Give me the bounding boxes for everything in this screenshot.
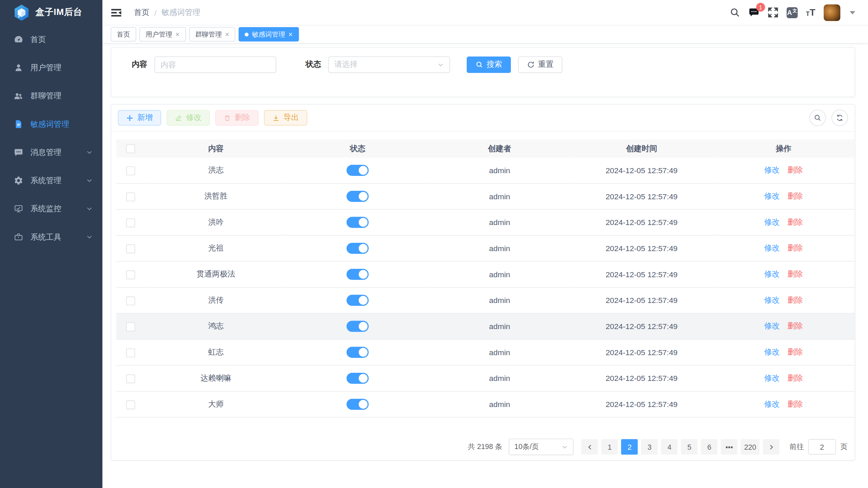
add-button[interactable]: 新增 bbox=[118, 110, 161, 126]
row-delete-link[interactable]: 删除 bbox=[788, 165, 803, 174]
table-row[interactable]: 大师 admin 2024-12-05 12:57:49 修改删除 bbox=[116, 391, 855, 418]
status-toggle[interactable] bbox=[347, 191, 369, 202]
prev-page-button[interactable] bbox=[581, 439, 598, 455]
status-filter-select[interactable]: 请选择 bbox=[328, 56, 450, 73]
row-checkbox[interactable] bbox=[126, 322, 135, 331]
delete-button[interactable]: 删除 bbox=[215, 110, 258, 126]
row-edit-link[interactable]: 修改 bbox=[764, 321, 780, 330]
tab-close-icon[interactable]: × bbox=[225, 31, 229, 38]
tab-user-management[interactable]: 用户管理 × bbox=[139, 27, 186, 41]
sidebar-item-sensitive-words[interactable]: 敏感词管理 bbox=[0, 110, 102, 138]
table-row[interactable]: 洪吟 admin 2024-12-05 12:57:49 修改删除 bbox=[116, 209, 855, 236]
table-row[interactable]: 达赖喇嘛 admin 2024-12-05 12:57:49 修改删除 bbox=[116, 365, 855, 391]
status-toggle[interactable] bbox=[347, 373, 369, 384]
row-edit-link[interactable]: 修改 bbox=[764, 347, 780, 356]
font-size-icon[interactable]: TT bbox=[806, 8, 815, 17]
monitor-icon bbox=[13, 204, 23, 214]
table-row[interactable]: 鸿志 admin 2024-12-05 12:57:49 修改删除 bbox=[116, 313, 855, 340]
sidebar-item-system-tools[interactable]: 系统工具 bbox=[0, 223, 102, 251]
row-edit-link[interactable]: 修改 bbox=[764, 295, 780, 304]
sidebar-item-system-monitor[interactable]: 系统监控 bbox=[0, 195, 102, 223]
page-button[interactable]: 1 bbox=[601, 439, 618, 455]
row-checkbox[interactable] bbox=[126, 218, 135, 227]
tab-sensitive-words[interactable]: 敏感词管理 × bbox=[239, 27, 299, 41]
reset-button[interactable]: 重置 bbox=[518, 56, 563, 73]
search-icon[interactable] bbox=[730, 7, 740, 18]
app-logo[interactable]: 盒子IM后台 bbox=[0, 0, 102, 25]
page-button[interactable]: 4 bbox=[661, 439, 678, 455]
page-button[interactable]: 6 bbox=[701, 439, 718, 455]
row-checkbox[interactable] bbox=[126, 296, 135, 305]
fullscreen-icon[interactable] bbox=[768, 7, 778, 18]
sidebar-collapse-icon[interactable] bbox=[111, 7, 122, 18]
row-checkbox[interactable] bbox=[126, 374, 135, 383]
row-delete-link[interactable]: 删除 bbox=[788, 295, 803, 304]
row-checkbox[interactable] bbox=[126, 244, 135, 253]
goto-page-input[interactable] bbox=[808, 439, 836, 455]
table-search-icon[interactable] bbox=[809, 109, 826, 126]
row-edit-link[interactable]: 修改 bbox=[764, 269, 780, 278]
status-toggle[interactable] bbox=[347, 165, 369, 176]
status-toggle[interactable] bbox=[347, 347, 369, 358]
page-button-active[interactable]: 2 bbox=[621, 439, 638, 455]
table-row[interactable]: 洪传 admin 2024-12-05 12:57:49 修改删除 bbox=[116, 287, 855, 313]
row-checkbox[interactable] bbox=[126, 166, 135, 175]
row-delete-link[interactable]: 删除 bbox=[788, 399, 803, 408]
row-edit-link[interactable]: 修改 bbox=[764, 165, 780, 174]
next-page-button[interactable] bbox=[763, 439, 779, 455]
status-toggle[interactable] bbox=[347, 321, 369, 332]
page-button[interactable]: 3 bbox=[641, 439, 658, 455]
search-button[interactable]: 搜索 bbox=[467, 56, 511, 73]
row-edit-link[interactable]: 修改 bbox=[764, 243, 780, 252]
row-edit-link[interactable]: 修改 bbox=[764, 217, 780, 226]
table-row[interactable]: 洪哲胜 admin 2024-12-05 12:57:49 修改删除 bbox=[116, 183, 855, 209]
table-row[interactable]: 贯通两极法 admin 2024-12-05 12:57:49 修改删除 bbox=[116, 261, 855, 287]
user-avatar[interactable] bbox=[824, 4, 840, 21]
translate-icon[interactable]: A文 bbox=[787, 7, 798, 18]
status-toggle[interactable] bbox=[347, 399, 369, 410]
status-toggle[interactable] bbox=[347, 295, 369, 306]
row-delete-link[interactable]: 删除 bbox=[788, 191, 803, 200]
row-edit-link[interactable]: 修改 bbox=[764, 373, 780, 382]
row-delete-link[interactable]: 删除 bbox=[788, 217, 803, 226]
edit-button[interactable]: 修改 bbox=[167, 110, 210, 126]
page-button[interactable]: 5 bbox=[681, 439, 698, 455]
row-delete-link[interactable]: 删除 bbox=[788, 269, 803, 278]
table-refresh-icon[interactable] bbox=[831, 109, 848, 126]
row-delete-link[interactable]: 删除 bbox=[788, 347, 803, 356]
sidebar-item-home[interactable]: 首页 bbox=[0, 25, 102, 54]
row-delete-link[interactable]: 删除 bbox=[788, 373, 803, 382]
row-checkbox[interactable] bbox=[126, 270, 135, 279]
avatar-dropdown-caret-icon[interactable] bbox=[850, 11, 855, 14]
sidebar-item-group-chat[interactable]: 群聊管理 bbox=[0, 82, 102, 110]
tab-close-icon[interactable]: × bbox=[175, 31, 179, 38]
row-checkbox[interactable] bbox=[126, 400, 135, 409]
page-size-select[interactable]: 10条/页 bbox=[509, 439, 574, 455]
breadcrumb-home[interactable]: 首页 bbox=[134, 7, 150, 17]
select-all-checkbox[interactable] bbox=[126, 144, 135, 153]
table-row[interactable]: 虹志 admin 2024-12-05 12:57:49 修改删除 bbox=[116, 339, 855, 365]
tab-home[interactable]: 首页 bbox=[111, 27, 136, 41]
search-icon bbox=[476, 61, 483, 69]
row-checkbox[interactable] bbox=[126, 348, 135, 357]
sidebar-item-user-management[interactable]: 用户管理 bbox=[0, 54, 102, 82]
sidebar-item-system-management[interactable]: 系统管理 bbox=[0, 166, 102, 195]
page-button[interactable]: 220 bbox=[741, 439, 759, 455]
row-delete-link[interactable]: 删除 bbox=[788, 321, 803, 330]
status-toggle[interactable] bbox=[347, 243, 369, 254]
row-edit-link[interactable]: 修改 bbox=[764, 399, 780, 408]
tab-close-icon[interactable]: × bbox=[289, 31, 293, 38]
content-filter-input[interactable] bbox=[154, 56, 276, 73]
table-row[interactable]: 洪志 admin 2024-12-05 12:57:49 修改删除 bbox=[116, 158, 855, 183]
export-button[interactable]: 导出 bbox=[264, 110, 307, 126]
row-delete-link[interactable]: 删除 bbox=[788, 243, 803, 252]
row-checkbox[interactable] bbox=[126, 192, 135, 201]
status-toggle[interactable] bbox=[347, 217, 369, 228]
row-edit-link[interactable]: 修改 bbox=[764, 191, 780, 200]
more-pages-button[interactable]: ••• bbox=[721, 439, 737, 455]
tab-group-chat[interactable]: 群聊管理 × bbox=[189, 27, 235, 41]
sidebar-item-message-management[interactable]: 消息管理 bbox=[0, 138, 102, 166]
table-row[interactable]: 光祖 admin 2024-12-05 12:57:49 修改删除 bbox=[116, 235, 855, 261]
messages-icon[interactable]: 1 bbox=[748, 7, 759, 18]
status-toggle[interactable] bbox=[347, 269, 369, 280]
